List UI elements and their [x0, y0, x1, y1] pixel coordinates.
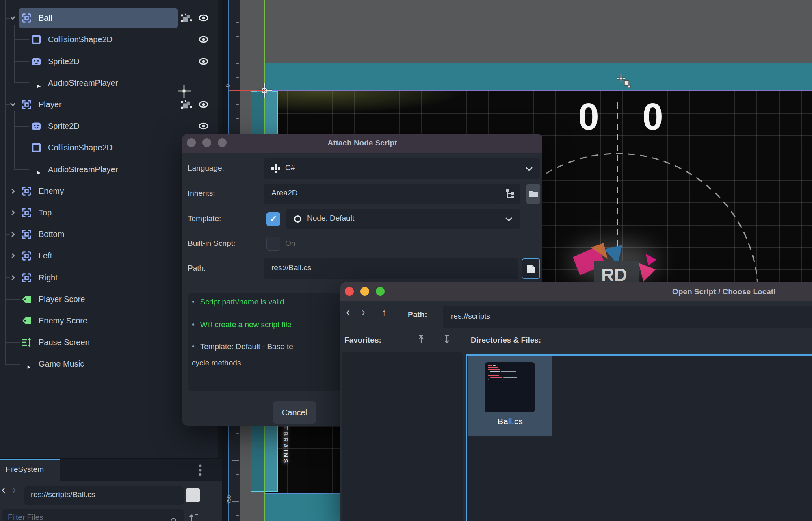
ruler-tick	[236, 36, 239, 37]
up-directory-button[interactable]: ↑	[382, 307, 387, 318]
template-dropdown[interactable]: Node: Default	[286, 209, 520, 229]
ruler-tick	[236, 63, 239, 64]
browse-path-button[interactable]	[522, 258, 540, 279]
logo-letters: RD	[601, 265, 627, 282]
expand-arrow-icon[interactable]	[9, 230, 17, 238]
path-label: Path:	[188, 264, 206, 273]
tree-node-label: Court	[39, 0, 58, 7]
sprite2d-icon	[31, 56, 42, 67]
area2d-icon	[21, 229, 32, 240]
expand-arrow-icon[interactable]	[9, 252, 17, 260]
panel-menu-icon[interactable]	[198, 464, 203, 477]
thumbnail-code-line	[488, 367, 498, 368]
tree-node-label: CollisionShape2D	[48, 137, 113, 158]
browse-class-button[interactable]	[526, 184, 540, 204]
ruler-tick	[236, 433, 239, 434]
favorites-label: Favorites:	[344, 336, 381, 345]
collapse-arrow-icon[interactable]	[9, 101, 17, 109]
language-label: Language:	[188, 164, 224, 173]
template-checkbox[interactable]: ✓	[266, 212, 280, 226]
expand-arrow-icon[interactable]	[9, 209, 17, 217]
container-icon	[21, 337, 32, 348]
node-icon	[293, 215, 302, 224]
open-dialog-title: Open Script / Choose Locati	[672, 287, 775, 296]
fs-toggle-split-button[interactable]	[186, 488, 200, 502]
favorites-list[interactable]	[342, 352, 463, 521]
tree-row-court[interactable]: Court	[0, 0, 218, 7]
inherits-label: Inherits:	[188, 189, 215, 198]
collision-shape-icon	[31, 34, 42, 45]
tree-row-collisionshape2d[interactable]: CollisionShape2D	[0, 29, 218, 50]
thumbnail-code-line	[488, 375, 499, 376]
thumbnail-code-line	[490, 377, 502, 378]
pick-node-button[interactable]	[500, 184, 520, 204]
grouped-icon[interactable]	[180, 100, 193, 110]
ruler-tick	[236, 488, 239, 488]
close-button[interactable]	[345, 287, 354, 296]
audio-stream-player-icon	[21, 358, 32, 369]
tree-node-label: Sprite2D	[48, 51, 80, 72]
open-dialog-titlebar[interactable]: Open Script / Choose Locati	[340, 282, 812, 301]
tree-node-label: Top	[39, 202, 52, 224]
sprite2d-icon	[31, 121, 42, 132]
inherits-field[interactable]: Area2D	[264, 184, 504, 204]
tree-row-sprite2d[interactable]: Sprite2D	[0, 51, 218, 72]
label-icon	[21, 315, 32, 326]
ruler-origin-label: 0	[225, 84, 231, 87]
visibility-eye-icon[interactable]	[197, 34, 211, 45]
path-field[interactable]: res://Ball.cs	[264, 258, 518, 279]
tree-node-label: Enemy Score	[39, 310, 87, 332]
forward-button[interactable]: ›	[362, 306, 365, 319]
grouped-icon[interactable]	[180, 13, 193, 24]
visibility-eye-icon[interactable]	[197, 0, 211, 2]
fs-forward-button[interactable]: ›	[12, 483, 16, 496]
attach-dialog-titlebar[interactable]: Attach Node Script	[182, 134, 542, 153]
back-button[interactable]: ‹	[346, 306, 350, 319]
ruler-tick	[232, 460, 239, 461]
favorite-up-icon[interactable]	[418, 334, 425, 345]
collapse-arrow-icon[interactable]	[9, 14, 17, 22]
visibility-eye-icon[interactable]	[197, 56, 211, 67]
favorite-down-icon[interactable]	[443, 334, 450, 345]
enemy-score-text: 0	[637, 100, 669, 133]
area2d-icon	[21, 13, 32, 24]
expand-arrow-icon[interactable]	[9, 274, 17, 282]
minimize-button[interactable]	[360, 287, 369, 296]
fs-sort-icon[interactable]	[188, 513, 199, 521]
fs-back-button[interactable]: ‹	[2, 483, 5, 496]
files-list[interactable]: Ball.cs	[466, 354, 812, 521]
builtin-script-checkbox[interactable]	[266, 237, 280, 251]
ruler-tick	[236, 104, 239, 105]
visibility-eye-icon[interactable]	[197, 13, 211, 24]
validation-message: cycle methods	[192, 358, 241, 367]
x-axis-line	[229, 90, 265, 91]
file-tile-ballcs[interactable]: Ball.cs	[468, 356, 552, 436]
ruler-tick	[236, 447, 239, 447]
crosshair-cursor	[176, 83, 193, 100]
tree-node-label: Player	[39, 94, 62, 115]
move-gizmo-icon[interactable]	[615, 73, 634, 92]
top-wall-rect	[265, 63, 812, 90]
tree-node-label: Enemy	[39, 180, 64, 202]
fs-filter-input[interactable]: Filter Files	[2, 509, 184, 521]
tree-row-ball[interactable]: Ball	[0, 7, 218, 29]
tab-filesystem[interactable]: FileSystem	[0, 459, 60, 481]
dialog-path-field[interactable]: res://scripts	[443, 306, 812, 328]
validation-message: •Will create a new script file	[192, 320, 292, 329]
tree-node-label: Left	[39, 245, 52, 267]
audio-stream-player-icon	[31, 164, 42, 175]
dialog-path-value: res://scripts	[451, 312, 490, 321]
language-dropdown[interactable]: C#	[264, 158, 540, 179]
cancel-button[interactable]: Cancel	[273, 401, 316, 424]
language-value: C#	[285, 163, 295, 172]
visibility-eye-icon[interactable]	[197, 99, 211, 110]
thumbnail-code-line	[488, 379, 489, 380]
tree-node-label: Sprite2D	[48, 115, 80, 137]
audio-stream-player-icon	[31, 78, 42, 89]
fs-breadcrumb[interactable]: res://scripts/Ball.cs	[24, 486, 184, 505]
template-label: Template:	[188, 214, 221, 223]
expand-arrow-icon[interactable]	[9, 187, 17, 195]
thumbnail-code-line	[503, 377, 517, 378]
zoom-button[interactable]	[376, 287, 385, 296]
visibility-eye-icon[interactable]	[197, 121, 211, 132]
